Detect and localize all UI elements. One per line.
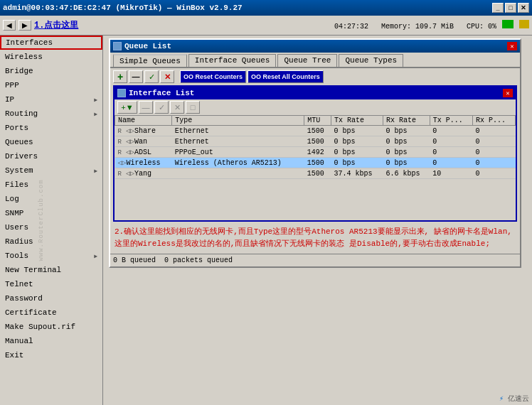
tab-interface-queues[interactable]: Interface Queues — [188, 54, 277, 67]
col-type[interactable]: Type — [172, 116, 304, 126]
cell-type: Wireless (Atheros AR5213) — [172, 158, 304, 168]
cell-mtu: 1500 — [304, 168, 331, 179]
sidebar-item-tools[interactable]: Tools — [0, 249, 102, 263]
main-layout: Interfaces Wireless Bridge PPP IP Routin… — [0, 36, 532, 405]
tab-simple-queues[interactable]: Simple Queues — [113, 54, 187, 67]
sidebar-label-files: Files — [5, 180, 28, 189]
sidebar-label-users: Users — [5, 223, 28, 232]
sidebar-item-telnet[interactable]: Telnet — [0, 277, 102, 291]
enable-button[interactable]: ✓ — [144, 70, 159, 83]
iface-toolbar: +▼ — ✓ ✕ □ — [115, 99, 516, 115]
sidebar-item-files[interactable]: Files — [0, 178, 102, 192]
minimize-button[interactable]: _ — [492, 3, 504, 13]
sidebar-item-log[interactable]: Log — [0, 192, 102, 206]
sidebar-label-wireless: Wireless — [5, 53, 43, 61]
col-mtu[interactable]: MTU — [304, 116, 331, 126]
queue-window-close-button[interactable]: ✕ — [507, 42, 517, 50]
sidebar-item-new-terminal[interactable]: New Terminal — [0, 263, 102, 277]
sidebar-label-telnet: Telnet — [5, 280, 33, 288]
forward-button[interactable]: ▶ — [18, 20, 31, 31]
cell-type — [172, 168, 304, 179]
table-row[interactable]: R ◁▷Wan Ethernet 1500 0 bps 0 bps 0 0 — [115, 136, 516, 147]
iface-copy-button[interactable]: □ — [186, 101, 200, 114]
content-area: Queue List ✕ Simple Queues Interface Que… — [103, 36, 532, 405]
sidebar-item-queues[interactable]: Queues — [0, 135, 102, 149]
queue-toolbar: + — ✓ ✕ OO Reset Counters OO Reset All C… — [110, 68, 520, 85]
sidebar-item-make-supout[interactable]: Make Supout.rif — [0, 320, 102, 334]
col-rx-rate[interactable]: Rx Rate — [383, 116, 430, 126]
sidebar-item-snmp[interactable]: SNMP — [0, 206, 102, 220]
iface-disable-button[interactable]: ✕ — [170, 101, 184, 114]
cell-tx-rate: 0 bps — [331, 147, 383, 158]
sidebar-item-system[interactable]: System — [0, 163, 102, 178]
sidebar-item-manual[interactable]: Manual — [0, 334, 102, 348]
sidebar-item-ppp[interactable]: PPP — [0, 78, 102, 92]
lock-icon — [519, 20, 529, 28]
tab-queue-tree[interactable]: Queue Tree — [277, 54, 337, 67]
queue-list-window: Queue List ✕ Simple Queues Interface Que… — [109, 38, 521, 268]
iface-add-button[interactable]: +▼ — [117, 101, 137, 114]
cell-type: Ethernet — [172, 136, 304, 147]
cell-rx-rate: 0 bps — [383, 126, 430, 136]
table-row[interactable]: ◁▷Wireless Wireless (Atheros AR5213) 150… — [115, 158, 516, 168]
sidebar-item-ports[interactable]: Ports — [0, 121, 102, 135]
iface-window-icon — [117, 89, 126, 97]
disable-button[interactable]: ✕ — [160, 70, 174, 83]
table-row[interactable]: R ◁▷Share Ethernet 1500 0 bps 0 bps 0 0 — [115, 126, 516, 136]
click-here-link[interactable]: 1.点击这里 — [34, 19, 78, 31]
sidebar-item-interfaces[interactable]: Interfaces — [0, 36, 102, 50]
sidebar-label-password: Password — [5, 294, 43, 303]
queue-window-title: Queue List — [124, 42, 171, 50]
interface-table: Name Type MTU Tx Rate Rx Rate Tx P... Rx… — [115, 115, 516, 179]
reset-all-counters-button[interactable]: OO Reset All Counters — [248, 70, 324, 83]
cell-rx-p: 0 — [472, 158, 515, 168]
maximize-button[interactable]: □ — [505, 3, 516, 13]
cell-mtu: 1500 — [304, 158, 331, 168]
queued-status: 0 B queued — [113, 256, 156, 264]
sidebar-label-interfaces: Interfaces — [6, 38, 53, 47]
iface-window-titlebar: Interface List ✕ — [115, 87, 516, 99]
col-tx-rate[interactable]: Tx Rate — [331, 116, 383, 126]
cell-tx-p: 0 — [430, 158, 472, 168]
sidebar-label-certificate: Certificate — [5, 308, 57, 317]
cell-tx-rate: 0 bps — [331, 126, 383, 136]
interface-list-window: Interface List ✕ +▼ — ✓ ✕ □ — [113, 85, 517, 222]
back-button[interactable]: ◀ — [3, 20, 16, 31]
sidebar-item-drivers[interactable]: Drivers — [0, 149, 102, 163]
sidebar-item-ip[interactable]: IP — [0, 92, 102, 107]
remove-button[interactable]: — — [129, 70, 143, 83]
col-name[interactable]: Name — [115, 116, 172, 126]
table-row[interactable]: R ◁▷ADSL PPPoE_out 1492 0 bps 0 bps 0 0 — [115, 147, 516, 158]
sidebar-label-system: System — [5, 166, 33, 175]
memory-display: Memory: 109.7 MiB — [381, 23, 454, 31]
sidebar-item-certificate[interactable]: Certificate — [0, 306, 102, 320]
cell-flag: R ◁▷ADSL — [115, 147, 172, 158]
sidebar-item-users[interactable]: Users — [0, 220, 102, 234]
sidebar-item-radius[interactable]: Radius — [0, 234, 102, 249]
iface-remove-button[interactable]: — — [139, 101, 153, 114]
packets-status: 0 packets queued — [164, 256, 233, 264]
sidebar-label-exit: Exit — [5, 351, 23, 360]
main-toolbar: ◀ ▶ 1.点击这里 04:27:32 Memory: 109.7 MiB CP… — [0, 16, 532, 36]
sidebar-item-exit[interactable]: Exit — [0, 348, 102, 362]
tab-queue-types[interactable]: Queue Types — [339, 54, 403, 67]
cell-mtu: 1500 — [304, 126, 331, 136]
sidebar-item-routing[interactable]: Routing — [0, 107, 102, 121]
sidebar-item-wireless[interactable]: Wireless — [0, 50, 102, 64]
iface-enable-button[interactable]: ✓ — [154, 101, 169, 114]
col-rx-p[interactable]: Rx P... — [472, 116, 515, 126]
iface-window-close-button[interactable]: ✕ — [503, 89, 513, 97]
sidebar-label-make-supout: Make Supout.rif — [5, 323, 75, 331]
bottom-watermark: ⚡ 亿速云 — [499, 394, 529, 404]
sidebar-label-tools: Tools — [5, 252, 28, 260]
sidebar-label-drivers: Drivers — [5, 152, 38, 161]
add-button[interactable]: + — [113, 70, 127, 83]
close-button[interactable]: ✕ — [518, 3, 529, 13]
reset-counters-button[interactable]: OO Reset Counters — [180, 70, 246, 83]
sidebar-item-bridge[interactable]: Bridge — [0, 64, 102, 78]
table-row[interactable]: R ◁▷Yang 1500 37.4 kbps 6.6 kbps 10 0 — [115, 168, 516, 179]
col-tx-p[interactable]: Tx P... — [430, 116, 472, 126]
sidebar-label-snmp: SNMP — [5, 209, 23, 217]
sidebar-item-password[interactable]: Password — [0, 291, 102, 306]
sidebar-label-queues: Queues — [5, 138, 33, 146]
